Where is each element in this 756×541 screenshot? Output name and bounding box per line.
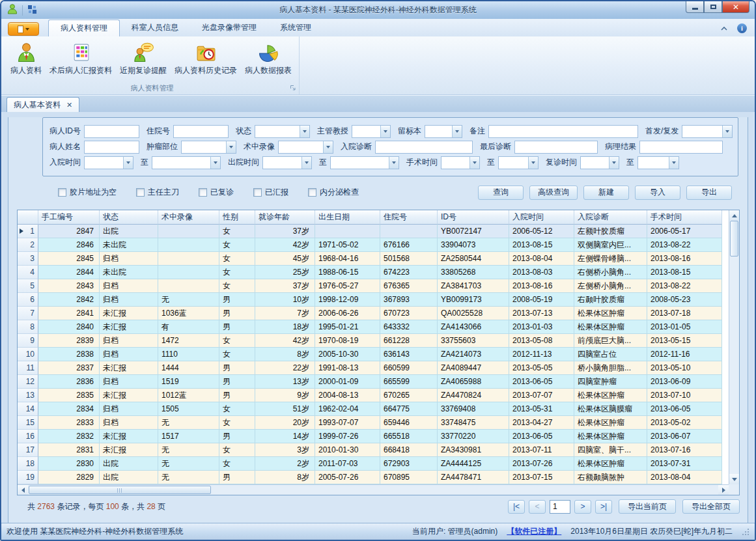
discharge-date-from-combo[interactable] — [262, 156, 312, 169]
app-logo-icon[interactable] — [7, 3, 18, 18]
row-header-cell[interactable]: 2 — [18, 238, 38, 252]
query-button[interactable]: 查询 — [478, 186, 524, 200]
first-or-relapse-combo-arrow[interactable] — [722, 126, 732, 137]
row-header-cell[interactable]: 10 — [18, 348, 38, 361]
row-header-cell[interactable]: 17 — [18, 443, 38, 457]
final-diagnosis-input[interactable] — [514, 141, 598, 154]
discharge-date-to-combo-arrow[interactable] — [389, 157, 399, 169]
scroll-left-button[interactable] — [18, 485, 28, 495]
row-header-cell[interactable]: 8 — [18, 320, 38, 334]
surgery-date-from-combo[interactable] — [441, 156, 480, 169]
info-icon[interactable]: i — [737, 23, 747, 33]
horizontal-scrollbar[interactable] — [18, 484, 729, 495]
row-header-cell[interactable]: 18 — [18, 457, 38, 471]
pathology-result-input[interactable] — [639, 141, 723, 154]
close-button[interactable]: ✕ — [722, 1, 749, 13]
vertical-scrollbar[interactable] — [729, 210, 739, 484]
horizontal-scroll-thumb[interactable] — [29, 486, 211, 494]
revisit-reminder-button[interactable]: 近期复诊提醒 — [116, 40, 171, 77]
chief-professor-combo[interactable] — [352, 125, 391, 138]
export-button[interactable]: 导出 — [686, 186, 732, 200]
table-row[interactable]: 102838归档1110女8岁2005-10-30636143ZA4214073… — [18, 348, 722, 361]
surgery-date-from-combo-arrow[interactable] — [469, 157, 479, 169]
first-page-button[interactable]: |< — [508, 500, 525, 514]
surgery-date-to-combo-arrow[interactable] — [528, 157, 538, 169]
row-header-cell[interactable]: 13 — [18, 389, 38, 402]
table-row[interactable]: 92839归档1472女42岁1970-08-19661228337556032… — [18, 334, 722, 348]
column-header-入院时间[interactable]: 入院时间 — [509, 210, 574, 225]
remarks-input[interactable] — [488, 125, 638, 138]
row-header-cell[interactable]: 16 — [18, 430, 38, 443]
column-header-就诊年龄[interactable]: 就诊年龄 — [255, 210, 315, 225]
minimize-button[interactable] — [686, 1, 704, 13]
row-header-cell[interactable]: 14 — [18, 402, 38, 416]
row-header-cell[interactable]: 7 — [18, 307, 38, 320]
table-row[interactable]: 162832未汇报1517男14岁1999-07-266655183377022… — [18, 430, 722, 443]
table-row[interactable]: 142834归档1505女51岁1962-02-0466477533769408… — [18, 402, 722, 416]
table-row[interactable]: 82840未汇报有男18岁1995-01-21643332ZA414306620… — [18, 320, 722, 334]
patient-name-input[interactable] — [84, 141, 139, 154]
row-header-cell[interactable]: 4 — [18, 266, 38, 279]
patient-data-button[interactable]: 病人资料 — [7, 40, 46, 77]
row-header-cell[interactable]: 5 — [18, 279, 38, 293]
tab-patient-data-management[interactable]: 病人资料管理 — [48, 20, 120, 37]
export-all-pages-button[interactable]: 导出全部页 — [682, 499, 740, 514]
checkbox-revisited[interactable]: 已复诊 — [199, 187, 234, 198]
last-page-button[interactable]: >| — [595, 500, 612, 514]
table-row[interactable]: 62842归档无男10岁1998-12-09367893YB0099173200… — [18, 293, 722, 307]
revisit-date-from-combo-arrow[interactable] — [609, 157, 619, 169]
discharge-date-to-combo[interactable] — [330, 156, 399, 169]
checkbox-reported[interactable]: 已汇报 — [253, 187, 288, 198]
table-row[interactable]: 122836归档1519男13岁2000-01-09665599ZA406598… — [18, 375, 722, 389]
dialog-launcher-icon[interactable] — [290, 85, 296, 92]
scroll-right-button[interactable] — [718, 485, 729, 495]
resize-grip-icon[interactable] — [742, 528, 749, 536]
document-tab[interactable]: 病人基本资料 ✕ — [7, 97, 79, 112]
revisit-date-to-combo-arrow[interactable] — [669, 157, 679, 169]
row-header-cell[interactable]: 15 — [18, 416, 38, 430]
scroll-down-button[interactable] — [729, 474, 739, 484]
row-header-cell[interactable]: 12 — [18, 375, 38, 389]
row-header-cell[interactable]: 6 — [18, 293, 38, 307]
postop-report-button[interactable]: 术后病人汇报资料 — [46, 40, 116, 77]
chief-professor-combo-arrow[interactable] — [380, 126, 390, 137]
column-header-术中录像[interactable]: 术中录像 — [158, 210, 219, 225]
tumor-site-combo-arrow[interactable] — [226, 141, 236, 153]
registered-link[interactable]: 【软件已注册】 — [507, 526, 561, 537]
table-row[interactable]: 132835未汇报1012蓝男9岁2004-08-13670265ZA44708… — [18, 389, 722, 402]
surgery-date-to-combo[interactable] — [498, 156, 539, 169]
checkbox-endocrine-exam[interactable]: 内分泌检查 — [308, 187, 359, 198]
maximize-button[interactable] — [704, 1, 722, 13]
checkbox-film-address-empty[interactable]: 胶片地址为空 — [58, 187, 117, 198]
table-row[interactable]: 172831未汇报无女3岁2010-01-30668418ZA343098120… — [18, 443, 722, 457]
close-tab-icon[interactable]: ✕ — [66, 102, 72, 109]
first-or-relapse-combo[interactable] — [682, 125, 733, 138]
row-header-cell[interactable]: 1 — [18, 225, 38, 238]
row-header-cell[interactable]: 19 — [18, 471, 38, 484]
row-header-cell[interactable]: 9 — [18, 334, 38, 348]
status-combo[interactable] — [255, 125, 310, 138]
vertical-scroll-thumb[interactable] — [730, 221, 738, 257]
inpatient-no-input[interactable] — [173, 125, 229, 138]
admission-diagnosis-input[interactable] — [375, 141, 473, 154]
reported-checkbox-box[interactable] — [253, 188, 262, 197]
current-page-input[interactable] — [550, 500, 570, 514]
row-header-cell[interactable]: 3 — [18, 252, 38, 266]
table-row[interactable]: 72841未汇报1036蓝男7岁2006-06-26670723QA002552… — [18, 307, 722, 320]
column-header-出生日期[interactable]: 出生日期 — [315, 210, 380, 225]
export-current-page-button[interactable]: 导出当前页 — [619, 499, 676, 514]
tab-disc-tape-management[interactable]: 光盘录像带管理 — [190, 20, 268, 36]
next-page-button[interactable]: > — [574, 500, 591, 514]
collapse-ribbon-icon[interactable] — [720, 22, 728, 34]
intraop-video-combo-arrow[interactable] — [323, 141, 333, 153]
tab-system-management[interactable]: 系统管理 — [268, 20, 323, 36]
status-combo-arrow[interactable] — [300, 126, 309, 137]
specimen-kept-combo[interactable] — [425, 125, 462, 138]
revisit-date-from-combo[interactable] — [580, 156, 619, 169]
admission-date-to-combo[interactable] — [152, 156, 221, 169]
revisit-date-to-combo[interactable] — [637, 156, 679, 169]
checkbox-chief-surgeon[interactable]: 主任主刀 — [136, 187, 179, 198]
intraop-video-combo[interactable] — [278, 141, 333, 154]
window-layout-icon[interactable] — [27, 4, 37, 17]
table-row[interactable]: 152833归档无女20岁1993-07-0765944633748475201… — [18, 416, 722, 430]
